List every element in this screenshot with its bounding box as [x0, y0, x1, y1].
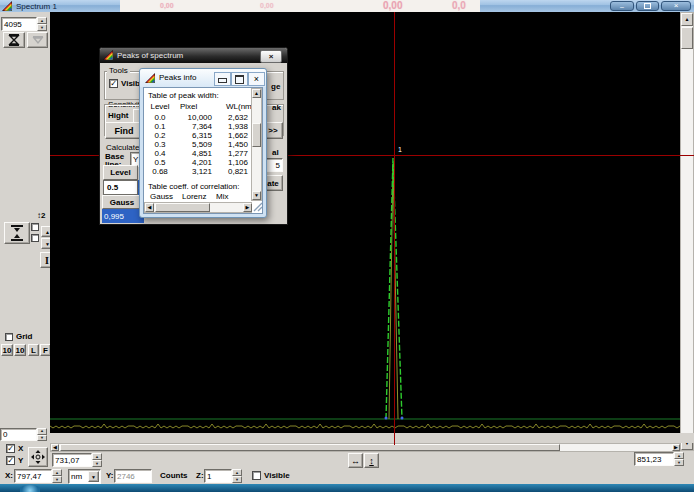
grid-checkbox[interactable] [5, 333, 13, 341]
grid-button-label: 10 [3, 346, 12, 355]
peaks-visible-checkbox[interactable]: ✓ [109, 79, 118, 88]
find-button[interactable]: Find [105, 122, 143, 139]
tools-group-label: Tools [107, 66, 130, 75]
y-max-spinner[interactable]: ▲ ▼ [37, 17, 47, 31]
minimize-button[interactable]: – [610, 1, 634, 11]
grid-10x-button[interactable]: 10 [1, 344, 13, 356]
table-row: 0.26,3151,662 [146, 131, 248, 140]
fit-width-button[interactable]: ↔ [348, 453, 363, 468]
sidebar-checkbox-2[interactable] [31, 234, 39, 242]
four-arrows-icon [31, 450, 45, 464]
x-right-bound-spinner[interactable]: ▲ ▼ [674, 452, 684, 466]
vertical-scrollbar[interactable]: ▲ ▼ [680, 12, 694, 451]
peaks-info-titlebar[interactable]: Peaks info × [140, 69, 266, 87]
peaks-dialog-titlebar[interactable]: Peaks of spectrum × [100, 48, 287, 63]
grid-10y-button[interactable]: 10 [14, 344, 26, 356]
compress-vertical-button[interactable] [4, 222, 30, 244]
combo-dropdown-button[interactable]: ▼ [88, 471, 99, 482]
z-input[interactable]: 1 [204, 469, 232, 483]
spin-up-icon[interactable]: ▲ [232, 469, 242, 476]
y-coord-input[interactable]: 2746 [114, 469, 152, 483]
x-checkbox-label: X [18, 444, 23, 453]
y-min-spinner[interactable]: ▲ ▼ [37, 428, 47, 441]
maximize-button[interactable] [636, 1, 659, 11]
check-icon: ✓ [7, 445, 14, 453]
autoscale-button[interactable]: ↕ [364, 453, 379, 468]
x-right-bound-input[interactable]: 851,23 [634, 452, 674, 466]
x-coord-input[interactable]: 797,47 [14, 469, 52, 483]
spin-down-icon[interactable]: ▼ [37, 24, 47, 31]
spin-up-icon[interactable]: ▲ [37, 17, 47, 24]
background-fragment: 0,00 [383, 0, 402, 11]
info-minimize-button[interactable] [214, 72, 231, 86]
unit-combobox[interactable]: nm ▼ [68, 469, 101, 484]
scroll-up-button[interactable]: ▲ [252, 89, 261, 98]
correlation-table-title: Table coeff. of correlation: [148, 182, 239, 191]
z-value: 1 [207, 472, 211, 481]
peak-width-table-title: Table of peak width: [148, 91, 219, 100]
scroll-up-button[interactable]: ▲ [681, 13, 693, 26]
x-left-bound-spinner[interactable]: ▲ ▼ [92, 453, 102, 467]
cell: 0.3 [146, 140, 174, 149]
level-value-cell[interactable]: 0.5 [103, 180, 138, 195]
info-horizontal-thumb[interactable] [155, 203, 210, 212]
info-close-button[interactable]: × [248, 72, 265, 86]
correlation-table-header: Gauss Lorenz Mix [146, 192, 240, 201]
cell: 1,450 [212, 140, 248, 149]
horizontal-scroll-thumb[interactable] [60, 444, 560, 451]
total-value-input[interactable]: 5 [265, 158, 283, 172]
y-coord-value: 2746 [117, 472, 135, 481]
taskbar[interactable] [0, 484, 694, 492]
spin-down-icon[interactable]: ▼ [92, 460, 102, 467]
close-button[interactable]: × [661, 1, 691, 11]
peaks-info-window[interactable]: Peaks info × Table of peak width: Level … [139, 68, 267, 218]
cell: 4,851 [174, 149, 212, 158]
sidebar-checkbox-1[interactable] [31, 223, 39, 231]
spin-down-icon[interactable]: ▼ [232, 476, 242, 483]
spin-up-icon[interactable]: ▲ [674, 452, 684, 459]
updown2-icon[interactable]: ↕2 [37, 211, 45, 220]
grid-l-button[interactable]: L [28, 344, 39, 356]
x-coord-spinner[interactable]: ▲ ▼ [52, 469, 62, 483]
visible-checkbox[interactable] [252, 471, 261, 480]
gauss-value-cell[interactable]: 0,995 [102, 209, 144, 223]
info-horizontal-scrollbar[interactable]: ◀ ▶ [144, 202, 252, 213]
x-axis-checkbox[interactable]: ✓ [6, 444, 15, 453]
spin-down-icon[interactable]: ▼ [37, 435, 47, 442]
y-max-input[interactable]: 4095 [1, 17, 37, 31]
ibeam-icon: I [45, 255, 49, 266]
info-maximize-button[interactable] [231, 72, 248, 86]
cell: 0,821 [212, 167, 248, 176]
start-orb-icon[interactable] [20, 485, 40, 492]
background-fragment: 0,0 [452, 0, 466, 11]
y-min-input[interactable]: 0 [0, 428, 37, 441]
dialog-close-button[interactable]: × [260, 50, 282, 63]
scroll-left-button[interactable]: ◀ [51, 444, 59, 451]
spin-down-icon[interactable]: ▼ [52, 476, 62, 483]
y-axis-checkbox[interactable]: ✓ [6, 456, 15, 465]
down-arrow-icon: ▼ [254, 193, 259, 198]
scroll-right-button[interactable]: ▶ [672, 444, 680, 451]
scroll-down-button[interactable]: ▼ [252, 191, 261, 200]
z-spinner[interactable]: ▲ ▼ [232, 469, 242, 483]
gauss-column-header: Gauss [102, 195, 142, 209]
vertical-scroll-thumb[interactable] [681, 27, 693, 49]
spin-up-icon[interactable]: ▲ [92, 453, 102, 460]
spin-up-icon[interactable]: ▲ [52, 469, 62, 476]
center-view-button[interactable] [28, 447, 48, 467]
cell: 0.1 [146, 122, 174, 131]
fit-width-icon: ↔ [351, 456, 360, 466]
minimize-icon [218, 78, 227, 83]
autoscale-y-button[interactable] [3, 32, 25, 48]
app-logo-icon [145, 73, 156, 83]
horizontal-scrollbar[interactable]: ◀ ▶ [50, 443, 680, 452]
crosshair-vertical [394, 12, 395, 445]
x-left-bound-input[interactable]: 731,07 [52, 453, 92, 467]
scroll-left-button[interactable]: ◀ [145, 203, 154, 212]
scroll-right-button[interactable]: ▶ [243, 203, 252, 212]
info-vertical-scrollbar[interactable]: ▲ ▼ [251, 88, 262, 201]
resize-grip-icon[interactable] [253, 202, 263, 212]
info-vertical-thumb[interactable] [252, 123, 261, 147]
cell: 10,000 [174, 113, 212, 122]
spin-down-icon[interactable]: ▼ [674, 459, 684, 466]
